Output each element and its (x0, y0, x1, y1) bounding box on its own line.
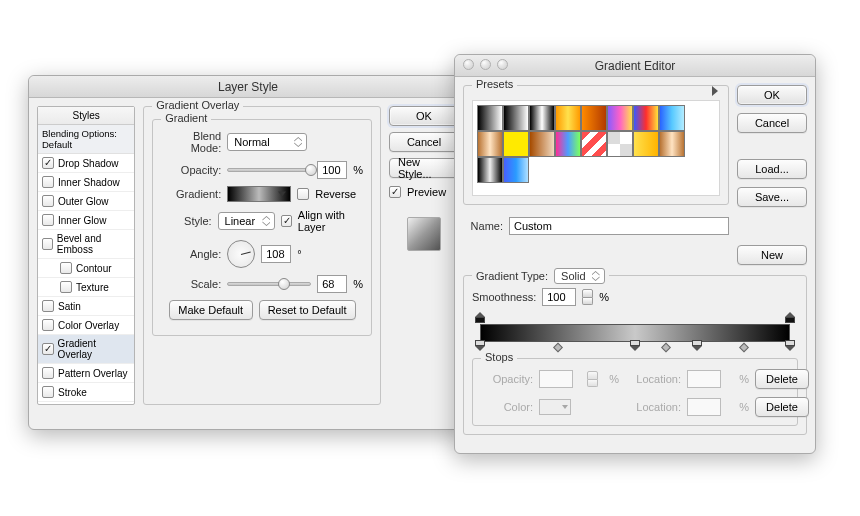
preset-swatch[interactable] (477, 157, 503, 183)
effect-inner-shadow[interactable]: Inner Shadow (38, 173, 134, 192)
effect-stroke[interactable]: Stroke (38, 383, 134, 402)
gradient-editor-titlebar[interactable]: Gradient Editor (455, 55, 815, 77)
preset-swatch[interactable] (477, 105, 503, 131)
name-field[interactable]: Custom (509, 217, 729, 235)
stop-opacity-delete-button[interactable]: Delete (755, 369, 809, 389)
presets-box[interactable] (472, 100, 720, 196)
midpoint-handle[interactable] (553, 343, 563, 353)
effect-checkbox[interactable] (42, 238, 53, 250)
effect-label: Color Overlay (58, 320, 119, 331)
stop-color-location-label: Location: (625, 401, 681, 413)
effect-checkbox[interactable] (42, 367, 54, 379)
effect-checkbox[interactable] (42, 214, 54, 226)
opacity-stop[interactable] (785, 312, 795, 324)
color-stop[interactable] (785, 340, 795, 352)
effect-drop-shadow[interactable]: Drop Shadow (38, 154, 134, 173)
ge-cancel-button[interactable]: Cancel (737, 113, 807, 133)
reset-default-button[interactable]: Reset to Default (259, 300, 356, 320)
blending-options-row[interactable]: Blending Options: Default (38, 125, 134, 154)
stop-color-well[interactable] (539, 399, 571, 415)
angle-dial[interactable] (227, 240, 255, 268)
make-default-button[interactable]: Make Default (169, 300, 253, 320)
preset-swatch[interactable] (555, 105, 581, 131)
style-select[interactable]: Linear (218, 212, 276, 230)
ge-new-button[interactable]: New (737, 245, 807, 265)
effects-list[interactable]: Styles Blending Options: Default Drop Sh… (37, 106, 135, 405)
preset-swatch[interactable] (529, 105, 555, 131)
effect-pattern-overlay[interactable]: Pattern Overlay (38, 364, 134, 383)
preset-swatch[interactable] (503, 105, 529, 131)
zoom-icon[interactable] (497, 59, 508, 70)
preset-swatch[interactable] (659, 131, 685, 157)
presets-menu-icon[interactable] (712, 86, 718, 96)
align-layer-label: Align with Layer (298, 209, 363, 233)
effect-bevel-and-emboss[interactable]: Bevel and Emboss (38, 230, 134, 259)
effect-checkbox[interactable] (42, 319, 54, 331)
opacity-field[interactable]: 100 (317, 161, 347, 179)
blend-mode-select[interactable]: Normal (227, 133, 307, 151)
effect-color-overlay[interactable]: Color Overlay (38, 316, 134, 335)
stop-opacity-stepper[interactable] (587, 371, 598, 387)
smoothness-stepper[interactable] (582, 289, 593, 305)
ge-load-button[interactable]: Load... (737, 159, 807, 179)
ge-save-button[interactable]: Save... (737, 187, 807, 207)
smoothness-field[interactable]: 100 (542, 288, 576, 306)
close-icon[interactable] (463, 59, 474, 70)
preview-checkbox[interactable] (389, 186, 401, 198)
effect-checkbox[interactable] (42, 343, 54, 355)
scale-slider[interactable] (227, 277, 311, 291)
effect-checkbox[interactable] (60, 281, 72, 293)
reverse-checkbox[interactable] (297, 188, 309, 200)
preset-swatch[interactable] (607, 131, 633, 157)
effect-checkbox[interactable] (42, 195, 54, 207)
preset-swatch[interactable] (581, 105, 607, 131)
preset-swatch[interactable] (607, 105, 633, 131)
effect-gradient-overlay[interactable]: Gradient Overlay (38, 335, 134, 364)
gradient-swatch[interactable] (227, 186, 291, 202)
opacity-slider[interactable] (227, 163, 311, 177)
preset-swatch[interactable] (529, 131, 555, 157)
preset-swatch[interactable] (633, 105, 659, 131)
preset-swatch[interactable] (503, 157, 529, 183)
gradient-type-select[interactable]: Solid (554, 268, 604, 284)
preset-swatch[interactable] (477, 131, 503, 157)
effect-outer-glow[interactable]: Outer Glow (38, 192, 134, 211)
midpoint-handle[interactable] (661, 343, 671, 353)
effect-contour[interactable]: Contour (38, 259, 134, 278)
ge-ok-button[interactable]: OK (737, 85, 807, 105)
stop-opacity-location-field[interactable] (687, 370, 721, 388)
effect-inner-glow[interactable]: Inner Glow (38, 211, 134, 230)
effect-checkbox[interactable] (42, 157, 54, 169)
effect-checkbox[interactable] (42, 386, 54, 398)
effect-texture[interactable]: Texture (38, 278, 134, 297)
window-controls[interactable] (463, 59, 508, 70)
layer-style-buttons: OK Cancel New Style... Preview (389, 106, 459, 405)
ls-ok-button[interactable]: OK (389, 106, 459, 126)
layer-style-titlebar[interactable]: Layer Style (29, 76, 467, 98)
effect-checkbox[interactable] (60, 262, 72, 274)
scale-field[interactable]: 68 (317, 275, 347, 293)
smoothness-label: Smoothness: (472, 291, 536, 303)
midpoint-handle[interactable] (739, 343, 749, 353)
minimize-icon[interactable] (480, 59, 491, 70)
preset-swatch[interactable] (555, 131, 581, 157)
preset-swatch[interactable] (503, 131, 529, 157)
color-stop[interactable] (630, 340, 640, 352)
stop-color-delete-button[interactable]: Delete (755, 397, 809, 417)
preset-swatch[interactable] (581, 131, 607, 157)
gradient-bar[interactable] (472, 316, 798, 350)
preset-swatch[interactable] (659, 105, 685, 131)
ls-new-style-button[interactable]: New Style... (389, 158, 459, 178)
ls-cancel-button[interactable]: Cancel (389, 132, 459, 152)
effect-satin[interactable]: Satin (38, 297, 134, 316)
angle-field[interactable]: 108 (261, 245, 291, 263)
color-stop[interactable] (692, 340, 702, 352)
effect-checkbox[interactable] (42, 300, 54, 312)
preset-swatch[interactable] (633, 131, 659, 157)
stop-color-location-field[interactable] (687, 398, 721, 416)
effect-label: Drop Shadow (58, 158, 119, 169)
effect-checkbox[interactable] (42, 176, 54, 188)
opacity-stop[interactable] (475, 312, 485, 324)
stop-opacity-field[interactable] (539, 370, 573, 388)
align-layer-checkbox[interactable] (281, 215, 291, 227)
